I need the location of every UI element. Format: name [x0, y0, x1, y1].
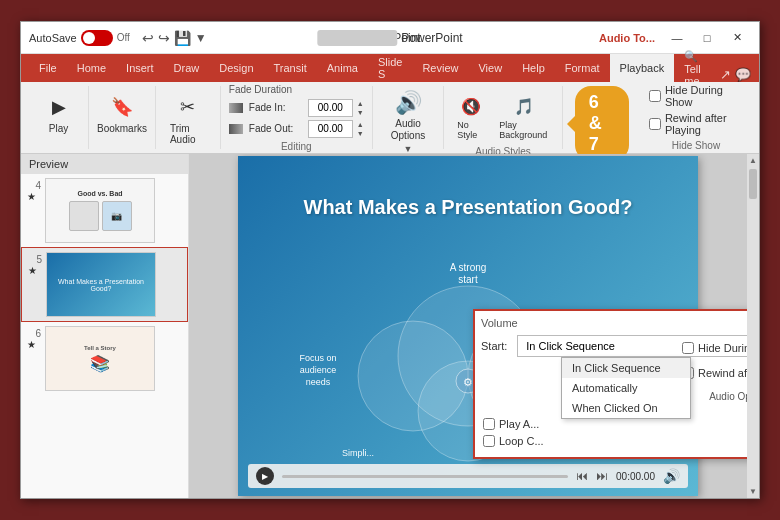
play-options: Play A... Loop C...: [481, 417, 747, 448]
tab-view[interactable]: View: [468, 54, 512, 82]
slide-item-6[interactable]: 6 ★ Tell a Story 📚: [21, 322, 188, 395]
slide-info-4: 4 ★: [27, 178, 41, 202]
share-icon[interactable]: ↗: [720, 67, 731, 82]
loop-checkbox[interactable]: [483, 435, 495, 447]
tab-home[interactable]: Home: [67, 54, 116, 82]
svg-text:Focus on: Focus on: [299, 353, 336, 363]
tab-insert[interactable]: Insert: [116, 54, 164, 82]
app-title: PowerPoint: [401, 31, 462, 45]
rewind-after-checkbox[interactable]: [649, 118, 661, 130]
undo-icon[interactable]: ↩: [142, 30, 154, 46]
play-across-label: Play A...: [499, 418, 539, 430]
svg-text:start: start: [458, 274, 478, 285]
loop-option[interactable]: Loop C...: [481, 434, 747, 448]
tab-playback[interactable]: Playback: [610, 54, 675, 82]
fade-out-input[interactable]: [308, 120, 353, 138]
loop-label: Loop C...: [499, 435, 544, 447]
right-scrollbar[interactable]: ▲ ▼: [747, 154, 759, 498]
fade-out-spinner[interactable]: ▲ ▼: [357, 120, 364, 138]
rewind-after-row[interactable]: Rewind after Playing: [649, 112, 743, 136]
svg-text:A strong: A strong: [450, 262, 487, 273]
trim-group: ✂ Trim Audio: [156, 86, 221, 149]
next-icon[interactable]: ⏭: [596, 469, 608, 483]
play-background-button[interactable]: 🎵 Play Background: [494, 90, 554, 142]
scroll-down-button[interactable]: ▼: [749, 485, 757, 498]
fade-in-spinner[interactable]: ▲ ▼: [357, 99, 364, 117]
slides-sidebar: Preview 4 ★ Good vs. Bad 📷: [21, 154, 189, 498]
hide-during-show-option[interactable]: Hide During Show: [680, 341, 747, 355]
start-label: Start:: [481, 340, 507, 352]
tab-transition[interactable]: Transit: [264, 54, 317, 82]
play-audio-button[interactable]: ▶: [256, 467, 274, 485]
title-bar: AutoSave Off ↩ ↪ 💾 ▼ PowerPoint PowerPoi…: [21, 22, 759, 54]
tab-format[interactable]: Format: [555, 54, 610, 82]
no-style-icon: 🔇: [457, 92, 485, 120]
hide-show-group: Hide During Show Rewind after Playing Hi…: [641, 86, 751, 149]
tab-file[interactable]: File: [29, 54, 67, 82]
play-across-checkbox[interactable]: [483, 418, 495, 430]
prev-icon[interactable]: ⏮: [576, 469, 588, 483]
redo-icon[interactable]: ↪: [158, 30, 170, 46]
trim-button[interactable]: ✂ Trim Audio: [164, 90, 212, 148]
hide-during-show-checkbox[interactable]: [649, 90, 661, 102]
slide-info-5: 5 ★: [28, 252, 42, 276]
audio-options-arrow: ▼: [404, 144, 413, 154]
start-menu: In Click Sequence Automatically When Cli…: [561, 357, 691, 419]
volume-section-label: Volume: [481, 317, 747, 329]
slide-title: What Makes a Presentation Good?: [304, 196, 633, 219]
audio-options-label: Audio Options: [383, 118, 434, 142]
hide-during-checkbox[interactable]: [682, 342, 694, 354]
bookmarks-icon: 🔖: [108, 93, 136, 121]
play-label: Play: [49, 123, 68, 134]
content-area: What Makes a Presentation Good? A strong…: [189, 154, 747, 498]
tab-animation[interactable]: Anima: [317, 54, 368, 82]
tab-slide-show[interactable]: Slide S: [368, 54, 412, 82]
quick-access-icon[interactable]: 💾: [174, 30, 191, 46]
play-button[interactable]: ▶ Play: [39, 90, 79, 137]
bookmarks-button[interactable]: 🔖 Bookmarks: [91, 90, 153, 137]
audio-time-display: 00:00.00: [616, 471, 655, 482]
audio-options-button[interactable]: 🔊 Audio Options ▼: [373, 86, 445, 149]
volume-icon[interactable]: 🔊: [663, 468, 680, 484]
fade-in-input[interactable]: [308, 99, 353, 117]
tab-draw[interactable]: Draw: [164, 54, 210, 82]
audio-progress-bar[interactable]: [282, 475, 568, 478]
play-across-option[interactable]: Play A...: [481, 417, 747, 431]
fade-in-label: Fade In:: [249, 102, 304, 113]
scroll-thumb[interactable]: [749, 169, 757, 199]
autosave-toggle[interactable]: [81, 30, 113, 46]
tab-review[interactable]: Review: [412, 54, 468, 82]
title-bar-left: AutoSave Off ↩ ↪ 💾 ▼: [29, 30, 593, 46]
toggle-state-label: Off: [117, 32, 130, 43]
scroll-up-button[interactable]: ▲: [749, 154, 757, 167]
svg-text:⚙: ⚙: [463, 376, 473, 388]
fade-in-row: Fade In: ▲ ▼: [229, 99, 364, 117]
slide-thumb-text-5: What Makes a Presentation Good?: [47, 276, 155, 294]
slide-star-6: ★: [27, 339, 36, 350]
option-when-clicked-on[interactable]: When Clicked On: [562, 398, 690, 418]
play-icon: ▶: [45, 93, 73, 121]
option-automatically[interactable]: Automatically: [562, 378, 690, 398]
hide-during-label: Hide During Show: [698, 342, 747, 354]
tab-design[interactable]: Design: [209, 54, 263, 82]
hide-during-show-label: Hide During Show: [665, 84, 743, 108]
no-style-button[interactable]: 🔇 No Style: [452, 90, 490, 142]
comments-icon[interactable]: 💬: [735, 67, 751, 82]
slide-item-4[interactable]: 4 ★ Good vs. Bad 📷: [21, 174, 188, 247]
trim-label: Trim Audio: [170, 123, 206, 145]
svg-text:needs: needs: [306, 377, 331, 387]
audio-playbar: ▶ ⏮ ⏭ 00:00.00 🔊: [248, 464, 688, 488]
slide-num-4: 4: [27, 178, 41, 191]
tab-tell-me[interactable]: 🔍 Tell me: [674, 54, 720, 82]
start-dropdown: Volume Start: In Click Sequence Automati…: [473, 309, 747, 459]
option-in-click-sequence[interactable]: In Click Sequence: [562, 358, 690, 378]
minimize-button[interactable]: —: [663, 27, 691, 49]
customize-icon[interactable]: ▼: [195, 31, 207, 45]
hide-during-show-row[interactable]: Hide During Show: [649, 84, 743, 108]
tab-help[interactable]: Help: [512, 54, 555, 82]
close-button[interactable]: ✕: [723, 27, 751, 49]
scroll-track: [748, 167, 758, 485]
slide-item-5[interactable]: 5 ★ What Makes a Presentation Good?: [21, 247, 188, 322]
restore-button[interactable]: □: [693, 27, 721, 49]
audio-tab-label: Audio To...: [599, 32, 655, 44]
